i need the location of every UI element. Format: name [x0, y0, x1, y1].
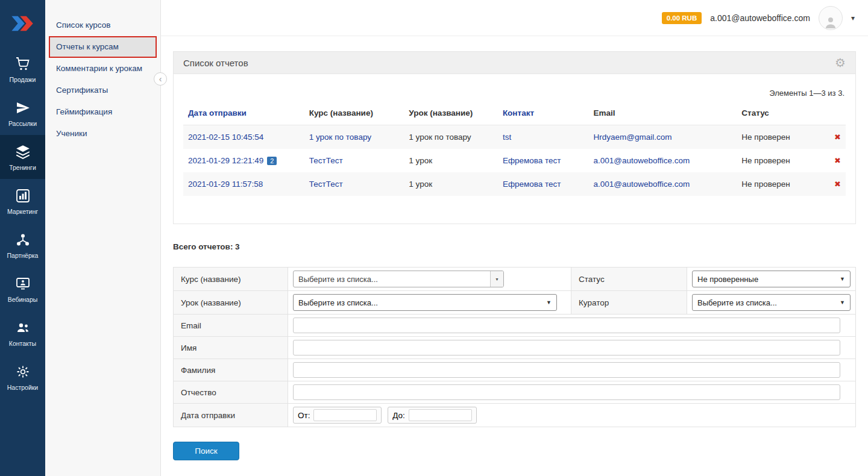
sidebar-item-label: Партнёрка	[7, 252, 39, 259]
sidebar-item-label: Маркетинг	[7, 208, 38, 215]
filter-label-first-name: Имя	[174, 337, 288, 359]
webinar-icon	[16, 276, 30, 292]
submenu-item-gamification[interactable]: Геймификация	[45, 101, 160, 123]
sort-by-contact-link[interactable]: Контакт	[503, 108, 534, 117]
affiliate-icon	[16, 232, 30, 248]
count-badge: 2	[267, 157, 277, 165]
submenu-item-course-reports[interactable]: Отчеты к курсам	[49, 36, 157, 58]
page-content: Список отчетов ⚙ Элементы 1—3 из 3. Дата…	[161, 36, 868, 460]
app-logo[interactable]	[0, 0, 45, 47]
balance-badge[interactable]: 0.00 RUB	[662, 12, 702, 24]
chevron-down-icon: ▼	[840, 276, 845, 282]
table-header-row: Дата отправки Курс (название) Урок (назв…	[183, 101, 846, 125]
email-link[interactable]: a.001@autoweboffice.com	[593, 156, 690, 165]
report-date-link[interactable]: 2021-01-29 11:57:58	[188, 180, 263, 189]
submenu-item-students[interactable]: Ученики	[45, 123, 160, 145]
sidebar-item-settings[interactable]: Настройки	[0, 355, 45, 399]
middle-name-input[interactable]	[293, 384, 840, 400]
sidebar-item-sales[interactable]: Продажи	[0, 47, 45, 91]
collapse-sidebar-button[interactable]: ‹	[154, 72, 167, 86]
lesson-select[interactable]: Выберите из списка... ▼	[293, 294, 557, 311]
sidebar-item-marketing[interactable]: Маркетинг	[0, 179, 45, 223]
sort-by-date-link[interactable]: Дата отправки	[188, 108, 247, 117]
email-link[interactable]: a.001@autoweboffice.com	[593, 180, 690, 189]
column-header-status: Статус	[741, 108, 769, 117]
chevron-down-icon: ▼	[546, 299, 552, 305]
lesson-name: 1 урок по товару	[409, 133, 471, 142]
sidebar-item-affiliate[interactable]: Партнёрка	[0, 223, 45, 267]
total-reports-text: Всего отчетов: 3	[173, 242, 856, 251]
contacts-icon	[16, 320, 30, 336]
contact-link[interactable]: tst	[503, 133, 511, 142]
curator-select[interactable]: Выберите из списка... ▼	[692, 294, 851, 311]
user-email: a.001@autoweboffice.com	[710, 13, 810, 23]
status-text: Не проверен	[741, 180, 790, 189]
date-to-label: До:	[392, 411, 405, 420]
report-date-link[interactable]: 2021-01-29 12:21:49	[188, 156, 263, 165]
sidebar-item-trainings[interactable]: Тренинги	[0, 135, 45, 179]
reports-panel: Список отчетов ⚙ Элементы 1—3 из 3. Дата…	[173, 51, 856, 224]
sidebar-item-label: Вебинары	[8, 296, 38, 303]
delete-icon[interactable]: ✖	[834, 156, 841, 165]
settings-gear-icon	[16, 364, 30, 380]
reports-table: Дата отправки Курс (название) Урок (назв…	[183, 101, 846, 196]
email-input[interactable]	[293, 318, 840, 333]
submenu-item-lesson-comments[interactable]: Комментарии к урокам	[45, 58, 160, 80]
avatar[interactable]	[819, 6, 843, 30]
email-link[interactable]: Hrdyaem@gmail.com	[593, 133, 671, 142]
curator-select-value: Выберите из списка...	[697, 298, 777, 307]
course-select-value: Выберите из списка...	[294, 275, 378, 284]
delete-icon[interactable]: ✖	[834, 133, 841, 142]
sidebar-item-label: Тренинги	[9, 164, 36, 171]
first-name-input[interactable]	[293, 340, 840, 355]
column-header-email: Email	[593, 108, 615, 117]
lesson-select-value: Выберите из списка...	[298, 298, 378, 307]
status-text: Не проверен	[741, 133, 790, 142]
topbar: 0.00 RUB a.001@autoweboffice.com ▾	[161, 0, 868, 36]
submenu-item-certificates[interactable]: Сертификаты	[45, 80, 160, 101]
date-from-input[interactable]	[313, 409, 377, 421]
send-icon	[16, 100, 30, 116]
contact-link[interactable]: Ефремова тест	[503, 180, 561, 189]
table-row: 2021-01-29 11:57:58 ТестТест 1 урок Ефре…	[183, 172, 846, 196]
last-name-input[interactable]	[293, 362, 840, 378]
search-button[interactable]: Поиск	[173, 442, 239, 460]
filter-label-status: Статус	[571, 268, 687, 291]
filter-label-date-sent: Дата отправки	[174, 404, 288, 427]
delete-icon[interactable]: ✖	[834, 180, 841, 189]
main-sidebar: Продажи Рассылки Тренинги Маркетинг Парт	[0, 0, 45, 476]
sidebar-item-label: Контакты	[9, 340, 36, 347]
chevron-down-icon: ▼	[490, 271, 503, 287]
panel-title: Список отчетов	[183, 58, 248, 68]
course-link[interactable]: 1 урок по товару	[309, 133, 371, 142]
sidebar-item-mailings[interactable]: Рассылки	[0, 91, 45, 135]
filter-label-email: Email	[174, 315, 288, 337]
cart-icon	[16, 56, 30, 72]
marketing-icon	[16, 188, 30, 204]
lesson-name: 1 урок	[409, 180, 432, 189]
chevron-down-icon[interactable]: ▾	[851, 14, 855, 22]
status-text: Не проверен	[741, 156, 790, 165]
submenu-item-course-list[interactable]: Список курсов	[45, 14, 160, 36]
date-from-group: От:	[293, 407, 382, 424]
contact-link[interactable]: Ефремова тест	[503, 156, 561, 165]
logo-arrows-icon	[10, 15, 36, 32]
sidebar-item-contacts[interactable]: Контакты	[0, 311, 45, 355]
filter-label-middle-name: Отчество	[174, 381, 288, 404]
gear-icon[interactable]: ⚙	[835, 57, 846, 69]
table-row: 2021-02-15 10:45:54 1 урок по товару 1 у…	[183, 125, 846, 149]
column-header-course: Курс (название)	[309, 108, 373, 117]
filter-label-lesson: Урок (название)	[174, 291, 288, 315]
sidebar-item-webinars[interactable]: Вебинары	[0, 267, 45, 311]
date-to-input[interactable]	[409, 409, 472, 421]
course-link[interactable]: ТестТест	[309, 180, 343, 189]
report-date-link[interactable]: 2021-02-15 10:45:54	[188, 133, 263, 142]
status-select-value: Не проверенные	[697, 275, 758, 284]
sidebar-item-label: Настройки	[7, 384, 39, 391]
filter-label-course: Курс (название)	[174, 268, 288, 291]
lesson-name: 1 урок	[409, 156, 432, 165]
course-select[interactable]: Выберите из списка... ▼	[293, 271, 504, 287]
course-link[interactable]: ТестТест	[309, 156, 343, 165]
filter-label-last-name: Фамилия	[174, 359, 288, 381]
status-select[interactable]: Не проверенные ▼	[692, 271, 851, 287]
